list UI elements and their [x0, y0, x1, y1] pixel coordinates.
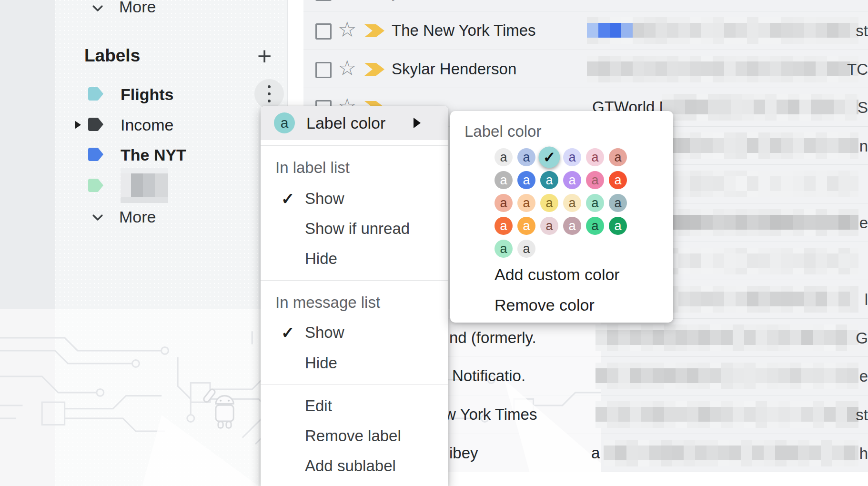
color-swatch[interactable]: a [609, 217, 627, 235]
blurred-subject [595, 363, 858, 389]
color-swatch[interactable]: a [517, 217, 535, 235]
color-swatch[interactable]: a [586, 194, 604, 212]
sidebar: More Labels + Flights Income The NYT [55, 0, 288, 486]
label-name: The NYT [121, 145, 186, 164]
checkbox-icon[interactable] [315, 62, 332, 78]
row-right-fragment: l [865, 291, 868, 309]
menu-item-show-if-unread[interactable]: Show if unread [305, 219, 410, 238]
menu-item-label-color[interactable]: a Label color [261, 106, 448, 140]
color-swatch[interactable]: a [586, 171, 604, 189]
email-row[interactable]: ☆ Skylar Henderson TC [303, 50, 868, 89]
checkbox-icon[interactable] [315, 0, 332, 1]
sidebar-label-redacted[interactable] [55, 171, 288, 201]
menu-item-hide-in-label-list[interactable]: Hide [305, 249, 337, 268]
sidebar-item-more-top[interactable]: More [55, 0, 288, 22]
star-icon[interactable]: ☆ [338, 56, 356, 80]
sender-fragment: Notificatio. [452, 367, 525, 385]
label-tag-icon [88, 147, 104, 162]
menu-section-header: In message list [275, 293, 380, 312]
redacted-label-name [121, 173, 168, 197]
color-swatch[interactable]: a [495, 194, 513, 212]
sender-fragment: ibey [449, 444, 478, 462]
row-right-fragment: st [856, 406, 868, 424]
row-right-fragment: S [858, 99, 868, 117]
check-icon: ✓ [281, 189, 298, 208]
color-swatch[interactable]: a [609, 194, 627, 212]
color-swatch[interactable]: a [540, 217, 558, 235]
menu-item-add-custom-color[interactable]: Add custom color [495, 265, 620, 284]
color-swatch[interactable]: a [517, 194, 535, 212]
row-right-fragment: e [859, 214, 868, 232]
star-icon[interactable]: ☆ [338, 0, 356, 3]
sidebar-label-income[interactable]: Income [55, 110, 288, 140]
row-right-fragment: TC [847, 61, 868, 79]
color-swatch[interactable]: a [517, 148, 535, 166]
email-row[interactable]: ☆ The New York Times st [303, 11, 868, 50]
row-right-fragment: G [856, 329, 868, 347]
sender: Skylar Henderson [392, 60, 516, 78]
email-row[interactable]: ☆ y [303, 0, 868, 11]
menu-item-remove-color[interactable]: Remove color [495, 295, 595, 314]
menu-divider [261, 145, 448, 146]
row-right-fragment: h [859, 445, 868, 463]
menu-item-edit[interactable]: Edit [305, 396, 332, 415]
blurred-subject [662, 94, 858, 121]
color-swatch[interactable]: a [540, 194, 558, 212]
sender-fragment: w York Times [444, 405, 537, 424]
importance-marker-icon[interactable] [364, 63, 384, 76]
menu-section-header: In label list [275, 158, 350, 177]
sender-fragment: nd (formerly. [449, 329, 536, 347]
color-swatch[interactable]: a [540, 171, 558, 189]
color-swatch[interactable]: a [563, 217, 581, 235]
blurred-subject [595, 401, 858, 428]
chevron-down-icon [90, 209, 106, 225]
color-swatch[interactable]: a [609, 171, 627, 189]
check-icon: ✓ [281, 323, 298, 342]
label-context-menu: a Label color In label list ✓ Show Show … [261, 106, 448, 486]
color-swatch[interactable]: a [495, 217, 513, 235]
sender: The New York Times [392, 21, 536, 40]
color-swatch[interactable]: a [495, 240, 513, 258]
importance-marker-icon[interactable] [364, 24, 384, 37]
blurred-subject [587, 56, 858, 82]
star-icon[interactable]: ☆ [338, 17, 356, 41]
color-swatch[interactable]: a [517, 171, 535, 189]
color-swatch[interactable]: a [586, 217, 604, 235]
menu-item-add-sublabel[interactable]: Add sublabel [305, 456, 396, 476]
label-name: Income [121, 115, 174, 134]
color-swatch[interactable]: a [517, 240, 535, 258]
label-name: Flights [121, 85, 173, 104]
sidebar-label-the-nyt[interactable]: The NYT [55, 140, 288, 170]
gmail-screen: ☆ y ☆ The New York Times st ☆ Skylar Hen… [0, 0, 868, 486]
menu-item-show-in-label-list[interactable]: Show [305, 189, 344, 208]
chevron-down-icon [90, 0, 106, 16]
menu-item-hide-in-message-list[interactable]: Hide [305, 354, 337, 373]
menu-item-show-in-message-list[interactable]: Show [305, 323, 344, 342]
subject-fragment: a [591, 444, 600, 462]
row-right-fragment: st [856, 22, 868, 40]
color-swatch[interactable]: a [609, 148, 627, 166]
color-swatch[interactable]: a [586, 148, 604, 166]
label-options-button[interactable] [254, 79, 284, 109]
menu-item-label: Label color [306, 113, 385, 132]
checkbox-icon[interactable] [315, 23, 332, 40]
sidebar-label-flights[interactable]: Flights [55, 79, 288, 110]
color-swatch[interactable]: a [563, 171, 581, 189]
submenu-title: Label color [464, 122, 541, 141]
color-swatch[interactable]: a [563, 194, 581, 212]
expand-arrow-icon[interactable] [75, 121, 81, 129]
color-swatch[interactable]: a [495, 171, 513, 189]
sidebar-item-more-bottom[interactable]: More [55, 202, 288, 232]
blurred-subject [604, 440, 858, 466]
sidebar-item-label: More [119, 0, 156, 16]
sender-fragment: y [392, 0, 400, 1]
menu-item-remove-label[interactable]: Remove label [305, 426, 401, 446]
color-swatch[interactable]: a [563, 148, 581, 166]
color-swatch[interactable]: ✓ [539, 147, 560, 168]
create-label-plus-icon[interactable]: + [257, 42, 272, 71]
current-label-color-icon: a [274, 112, 295, 133]
submenu-arrow-icon [414, 118, 421, 128]
label-tag-icon [88, 87, 104, 101]
color-swatch[interactable]: a [495, 148, 513, 166]
menu-divider [261, 280, 448, 281]
